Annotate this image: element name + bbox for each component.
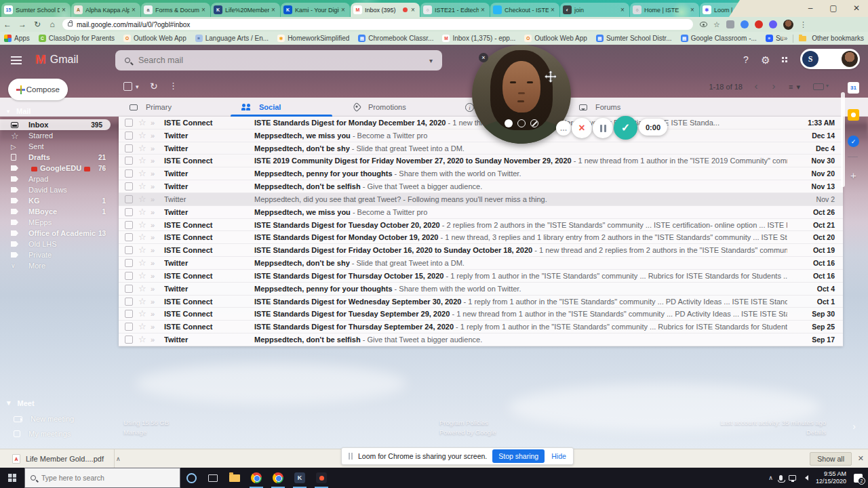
star-icon[interactable]: ☆: [138, 169, 148, 178]
meet-section-header[interactable]: ▾ Meet: [7, 399, 35, 407]
loom-finish-button[interactable]: ✓: [614, 116, 637, 140]
importance-marker-icon[interactable]: »: [151, 336, 161, 344]
browser-tab[interactable]: A Alpha Kappa Alp ×: [71, 3, 140, 17]
row-checkbox[interactable]: [125, 195, 133, 203]
tab-close-icon[interactable]: ×: [479, 6, 487, 14]
browser-tab[interactable]: ○ ISTE21 - Edtech ×: [420, 3, 490, 17]
tab-close-icon[interactable]: ×: [409, 6, 417, 14]
star-icon[interactable]: ☆: [138, 322, 148, 331]
cortana-button[interactable]: [180, 468, 202, 488]
input-tools-icon[interactable]: [813, 83, 824, 90]
importance-marker-icon[interactable]: »: [151, 259, 161, 267]
taskbar-search-input[interactable]: [41, 474, 163, 482]
extension-icon[interactable]: [726, 20, 734, 28]
loom-extension-icon[interactable]: [769, 20, 777, 28]
email-row[interactable]: ☆ » Twitter Meppsedtech, penny for your …: [119, 283, 843, 296]
category-tab[interactable]: Forums: [568, 98, 680, 117]
bookmark-item[interactable]: C ClassDojo for Parents: [39, 35, 115, 42]
star-icon[interactable]: ☆: [138, 207, 148, 217]
account-capsule[interactable]: S: [800, 49, 860, 69]
importance-marker-icon[interactable]: »: [151, 195, 161, 203]
star-icon[interactable]: ☆: [138, 156, 148, 165]
chrome-button[interactable]: [245, 468, 267, 488]
taskbar-clock[interactable]: 9:55 AM 12/15/2020: [816, 470, 846, 485]
sidebar-item[interactable]: KG 1: [0, 195, 114, 206]
sidebar-item[interactable]: David Laws: [0, 184, 114, 195]
star-icon[interactable]: ☆: [138, 220, 148, 230]
volume-icon[interactable]: [802, 475, 808, 481]
sidebar-item[interactable]: MBoyce 1: [0, 206, 114, 217]
stop-sharing-button[interactable]: Stop sharing: [492, 449, 545, 463]
browser-tab[interactable]: K Life%20Member ×: [211, 3, 280, 17]
importance-marker-icon[interactable]: »: [151, 246, 161, 254]
download-item[interactable]: A Life Member Gold....pdf ∧: [7, 451, 126, 466]
bookmark-item[interactable]: ≡ Sumter School Distr...: [766, 35, 783, 42]
browser-tab[interactable]: ◐ join ×: [560, 3, 629, 17]
star-icon[interactable]: ☆: [138, 284, 148, 293]
star-icon[interactable]: ☆: [138, 258, 148, 268]
importance-marker-icon[interactable]: »: [151, 131, 161, 140]
tab-close-icon[interactable]: ×: [269, 6, 277, 14]
gmail-search-bar[interactable]: ▾: [115, 50, 442, 70]
importance-marker-icon[interactable]: »: [151, 144, 161, 152]
bookmark-item[interactable]: ≡ Language Arts / En...: [195, 35, 269, 42]
browser-tab[interactable]: M Inbox (395) ×: [351, 3, 420, 17]
download-caret-icon[interactable]: ∧: [116, 455, 121, 462]
loom-cancel-button[interactable]: ×: [572, 118, 592, 138]
taskbar-search[interactable]: [24, 468, 180, 488]
bookmark-item[interactable]: ▤ Sumter School Distr...: [596, 35, 672, 42]
star-icon[interactable]: ☆: [138, 131, 148, 140]
row-checkbox[interactable]: [125, 221, 133, 229]
extension-icon[interactable]: [741, 20, 749, 28]
importance-marker-icon[interactable]: »: [151, 298, 161, 306]
browser-tab[interactable]: K Kami - Your Digit ×: [281, 3, 350, 17]
start-button[interactable]: [0, 468, 24, 488]
density-icon[interactable]: ≡ ▾: [789, 83, 801, 92]
program-policies-link[interactable]: Program Policies: [439, 418, 496, 428]
tab-close-icon[interactable]: ×: [199, 6, 208, 14]
home-button[interactable]: ⌂: [45, 20, 60, 29]
email-row[interactable]: ☆ » Twitter Meppsedtech, don't be shySli…: [119, 142, 843, 155]
importance-marker-icon[interactable]: »: [151, 272, 161, 280]
star-icon[interactable]: ☆: [138, 118, 148, 127]
row-checkbox[interactable]: [125, 157, 133, 165]
hide-link[interactable]: Hide: [551, 452, 566, 460]
microphone-icon[interactable]: [779, 475, 783, 481]
email-row[interactable]: ☆ » ISTE Connect ISTE Standards Digest f…: [119, 308, 843, 321]
size-medium-option[interactable]: [517, 119, 526, 127]
minimize-button[interactable]: –: [799, 0, 822, 17]
size-small-option[interactable]: [505, 119, 513, 127]
star-icon[interactable]: ☆: [138, 195, 148, 204]
star-icon[interactable]: ☆: [138, 245, 148, 255]
sidebar-item[interactable]: Old LHS: [0, 239, 114, 249]
importance-marker-icon[interactable]: »: [151, 119, 161, 127]
star-icon[interactable]: ☆: [138, 232, 148, 242]
row-checkbox[interactable]: [125, 233, 133, 241]
browser-tab[interactable]: 15 Sumter School D ×: [1, 3, 71, 17]
scrollbar[interactable]: [841, 92, 845, 187]
bookmark-item[interactable]: M Inbox (1,375) - epp...: [442, 35, 515, 42]
more-options-icon[interactable]: ⋮: [169, 81, 178, 91]
b ookmarks-overflow-icon[interactable]: »: [784, 35, 788, 42]
importance-marker-icon[interactable]: »: [151, 169, 161, 178]
email-row[interactable]: ☆ » Twitter Meppsedtech, don't be selfis…: [119, 333, 843, 346]
browser-profile-avatar[interactable]: [783, 20, 793, 30]
browser-tab[interactable]: a Forms & Docum ×: [141, 3, 210, 17]
email-row[interactable]: ☆ » ISTE Connect ISTE Standards Digest f…: [119, 244, 843, 257]
importance-marker-icon[interactable]: »: [151, 233, 161, 241]
show-all-button[interactable]: Show all: [810, 452, 852, 466]
hamburger-menu-icon[interactable]: [11, 56, 22, 64]
org-avatar[interactable]: S: [802, 51, 818, 67]
browser-tab[interactable]: ○ Home | ISTE ×: [630, 3, 699, 17]
sidebar-item[interactable]: Office of Academic 13: [0, 228, 114, 239]
importance-marker-icon[interactable]: »: [151, 182, 161, 190]
expand-chevron-icon[interactable]: ›: [852, 421, 856, 432]
sidebar-item[interactable]: GoogleEDU 76: [0, 163, 114, 174]
bookmark-item[interactable]: Apps: [4, 35, 30, 42]
bookmark-item[interactable]: ✱ HomeworkSimplified: [277, 35, 349, 42]
calendar-icon[interactable]: 31: [848, 82, 859, 94]
importance-marker-icon[interactable]: »: [151, 323, 161, 331]
email-row[interactable]: ☆ » Twitter Meppsedtech, did you see tha…: [119, 193, 843, 206]
apps-grid-icon[interactable]: [781, 56, 789, 64]
action-center-icon[interactable]: 2: [854, 474, 863, 483]
